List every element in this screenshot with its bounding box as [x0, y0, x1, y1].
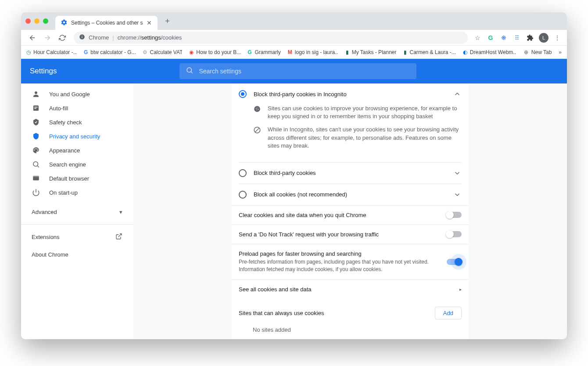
toggle-label: Send a 'Do Not Track' request with your …: [239, 231, 440, 238]
bookmark-item-6[interactable]: ▮My Tasks - Planner: [345, 49, 396, 56]
ext-icon-1[interactable]: ❋: [499, 33, 508, 42]
add-button[interactable]: Add: [435, 307, 462, 319]
svg-point-11: [37, 150, 38, 151]
sidebar-advanced[interactable]: Advanced ▾: [21, 203, 133, 221]
back-button[interactable]: [26, 32, 39, 44]
close-window-button[interactable]: [25, 18, 31, 24]
bookmark-item-1[interactable]: Gbtw calculator - G...: [84, 49, 136, 56]
bookmark-item-2[interactable]: ⚙Calculate VAT: [143, 49, 183, 56]
sidebar-about-chrome[interactable]: About Chrome: [21, 246, 133, 263]
bookmark-item-3[interactable]: ◉How to do your B...: [189, 49, 240, 56]
toolbar-icons: ☆ G ❋ ⠿ L ⋮: [473, 33, 562, 43]
bookmark-item-7[interactable]: ▮Carmen & Laura -...: [403, 49, 455, 56]
omnibox-label: Chrome: [89, 34, 109, 41]
svg-rect-1: [82, 36, 82, 38]
see-all-cookies-link[interactable]: See all cookies and site data ▸: [232, 279, 469, 299]
chevron-down-icon[interactable]: [453, 169, 462, 178]
person-icon: [32, 90, 40, 98]
settings-body: You and Google Auto-fill Safety check Pr…: [21, 83, 567, 339]
site-info-icon[interactable]: [79, 34, 85, 41]
reload-button[interactable]: [56, 32, 68, 44]
sidebar-item-safety-check[interactable]: Safety check: [21, 115, 133, 129]
svg-point-18: [258, 108, 258, 109]
toggle-switch[interactable]: [447, 231, 462, 237]
toggle-preload: Preload pages for faster browsing and se…: [232, 244, 469, 279]
settings-search[interactable]: [179, 63, 416, 79]
sidebar-item-privacy-and-security[interactable]: Privacy and security: [21, 129, 133, 143]
maximize-window-button[interactable]: [43, 18, 48, 24]
radio-label: Block all cookies (not recommended): [254, 191, 446, 198]
chevron-up-icon[interactable]: [453, 90, 462, 98]
bookmark-item-4[interactable]: GGrammarly: [247, 49, 281, 56]
bookmark-star-icon[interactable]: ☆: [473, 33, 482, 42]
sidebar-item-default-browser[interactable]: Default browser: [21, 171, 133, 185]
sidebar-item-you-and-google[interactable]: You and Google: [21, 87, 133, 101]
chevron-down-icon[interactable]: [453, 190, 462, 199]
sidebar-label: Auto-fill: [49, 105, 68, 112]
omnibox[interactable]: Chrome | chrome://settings/cookies: [74, 32, 468, 44]
bookmark-icon: G: [84, 49, 88, 56]
bookmarks-bar: ◷Hour Calculator -... Gbtw calculator - …: [21, 46, 567, 59]
radio-button[interactable]: [239, 169, 247, 177]
cookies-card: Block third-party cookies in Incognito S…: [232, 83, 469, 339]
security-icon: [32, 132, 40, 141]
svg-point-20: [256, 110, 257, 111]
sidebar-item-on-start-up[interactable]: On start-up: [21, 185, 133, 199]
settings-search-input[interactable]: [199, 68, 410, 75]
browser-window: Settings – Cookies and other s ✕ + Chrom…: [21, 12, 567, 339]
autofill-icon: [32, 104, 40, 112]
bookmark-icon: ⚙: [143, 49, 147, 56]
radio-button[interactable]: [239, 90, 247, 98]
new-tab-button[interactable]: +: [161, 15, 173, 27]
minimize-window-button[interactable]: [34, 18, 39, 24]
svg-point-12: [33, 162, 38, 167]
svg-rect-7: [34, 108, 36, 109]
bookmark-icon: ◐: [463, 49, 467, 56]
radio-block-all[interactable]: Block all cookies (not recommended): [232, 184, 469, 205]
radio-label: Block third-party cookies in Incognito: [254, 91, 446, 98]
browser-tab[interactable]: Settings – Cookies and other s ✕: [55, 16, 158, 30]
search-icon: [186, 66, 194, 76]
bookmark-icon: ◉: [189, 49, 194, 56]
chevron-down-icon: ▾: [119, 209, 122, 215]
tab-close-button[interactable]: ✕: [146, 20, 152, 26]
sidebar-item-search-engine[interactable]: Search engine: [21, 157, 133, 171]
bookmark-item-8[interactable]: ◐DreamHost Webm...: [463, 49, 516, 56]
tab-strip: Settings – Cookies and other s ✕ +: [21, 12, 567, 30]
omnibox-separator: |: [112, 34, 114, 41]
forward-button[interactable]: [41, 32, 54, 44]
tab-title: Settings – Cookies and other s: [71, 20, 143, 26]
radio-block-third-party[interactable]: Block third-party cookies: [232, 163, 469, 184]
svg-point-17: [256, 108, 257, 109]
svg-point-16: [254, 106, 260, 112]
sidebar-item-appearance[interactable]: Appearance: [21, 143, 133, 157]
radio-button[interactable]: [239, 191, 247, 199]
sidebar-label: Search engine: [49, 161, 86, 168]
external-link-icon: [115, 233, 122, 241]
extensions-puzzle-icon[interactable]: [526, 33, 534, 42]
sidebar-extensions[interactable]: Extensions: [21, 228, 133, 246]
svg-rect-14: [33, 176, 39, 177]
bookmark-item-5[interactable]: Mlogo in sig - laura...: [288, 49, 339, 56]
settings-app: Settings You and Google Auto-fill: [21, 59, 567, 339]
toggle-switch[interactable]: [447, 259, 462, 265]
bookmark-icon: ▮: [345, 49, 349, 56]
svg-point-8: [34, 150, 35, 151]
sidebar-item-auto-fill[interactable]: Auto-fill: [21, 101, 133, 115]
radio-block-incognito[interactable]: Block third-party cookies in Incognito: [232, 83, 469, 105]
sidebar-divider: [21, 224, 133, 225]
bookmarks-overflow-button[interactable]: »: [559, 49, 562, 55]
svg-line-22: [255, 128, 259, 132]
grammarly-ext-icon[interactable]: G: [486, 33, 495, 42]
svg-point-3: [187, 68, 192, 72]
svg-point-19: [258, 109, 258, 110]
radio-label: Block third-party cookies: [254, 170, 446, 176]
translate-ext-icon[interactable]: ⠿: [513, 33, 521, 42]
section-title: Sites that can always use cookies: [239, 310, 324, 316]
chrome-menu-button[interactable]: ⋮: [553, 33, 562, 42]
bookmark-item-0[interactable]: ◷Hour Calculator -...: [26, 49, 77, 56]
bookmark-item-9[interactable]: ⊕New Tab: [523, 49, 552, 56]
toggle-switch[interactable]: [447, 212, 462, 218]
settings-title: Settings: [30, 67, 57, 76]
profile-avatar[interactable]: L: [539, 33, 549, 43]
